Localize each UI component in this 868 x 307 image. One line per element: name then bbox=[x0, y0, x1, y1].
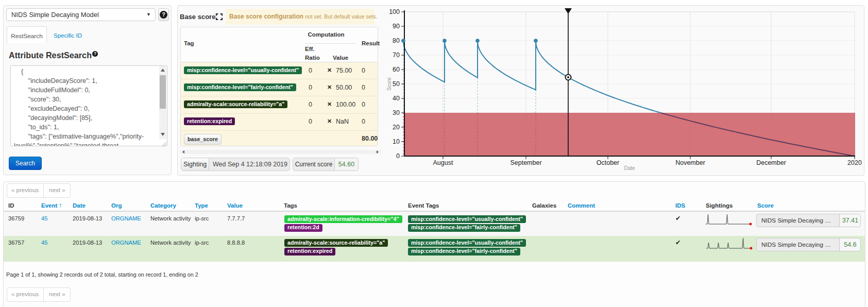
svg-text:70: 70 bbox=[393, 52, 400, 59]
svg-text:30: 30 bbox=[393, 109, 400, 116]
svg-text:90: 90 bbox=[393, 23, 400, 30]
svg-text:Score: Score bbox=[386, 77, 392, 91]
svg-text:20: 20 bbox=[393, 124, 400, 131]
svg-text:60: 60 bbox=[393, 66, 400, 73]
svg-text:0: 0 bbox=[396, 152, 400, 160]
svg-text:10: 10 bbox=[393, 138, 400, 145]
svg-text:October: October bbox=[597, 159, 619, 166]
svg-text:80: 80 bbox=[393, 37, 400, 44]
svg-text:September: September bbox=[510, 159, 541, 166]
svg-text:50: 50 bbox=[393, 80, 400, 88]
svg-text:40: 40 bbox=[393, 95, 400, 102]
svg-text:November: November bbox=[675, 159, 705, 166]
svg-text:Date: Date bbox=[624, 165, 635, 171]
svg-text:2020: 2020 bbox=[847, 159, 862, 166]
svg-text:100: 100 bbox=[389, 8, 400, 15]
svg-text:August: August bbox=[433, 159, 453, 166]
svg-text:December: December bbox=[756, 159, 786, 166]
